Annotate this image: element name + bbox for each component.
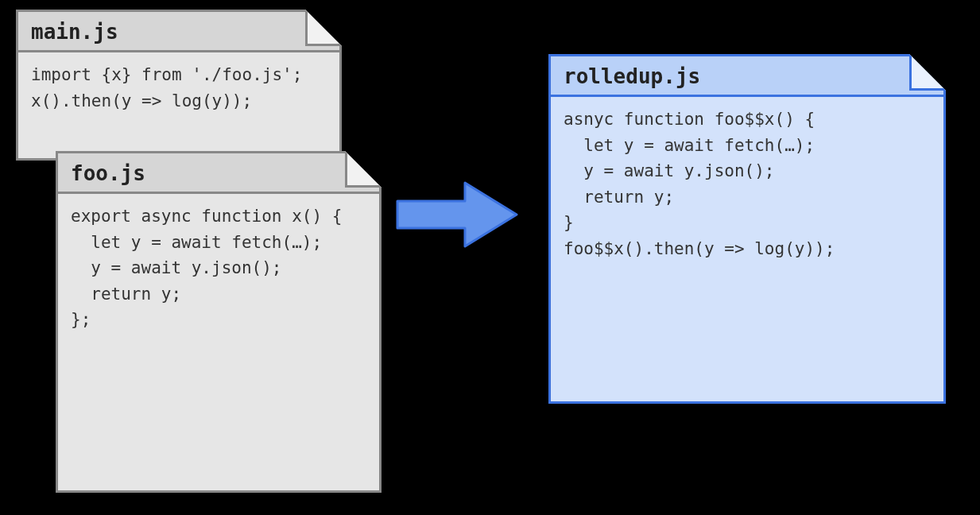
diagram-stage: main.js import {x} from './foo.js'; x().… [0, 0, 980, 515]
dog-ear-icon [305, 10, 342, 46]
arrow-right-icon [389, 175, 525, 254]
file-title: rolledup.js [551, 56, 943, 97]
file-title: main.js [18, 12, 339, 52]
file-rolledup-js: rolledup.js asnyc function foo$$x() { le… [548, 54, 946, 404]
file-foo-js: foo.js export async function x() { let y… [56, 151, 382, 493]
file-code: export async function x() { let y = awai… [58, 194, 379, 343]
file-code: asnyc function foo$$x() { let y = await … [551, 97, 943, 271]
file-main-js: main.js import {x} from './foo.js'; x().… [16, 10, 342, 161]
svg-marker-0 [397, 183, 517, 246]
file-code: import {x} from './foo.js'; x().then(y =… [18, 52, 339, 123]
dog-ear-icon [909, 54, 946, 91]
dog-ear-icon [345, 151, 382, 188]
file-title: foo.js [58, 153, 379, 194]
